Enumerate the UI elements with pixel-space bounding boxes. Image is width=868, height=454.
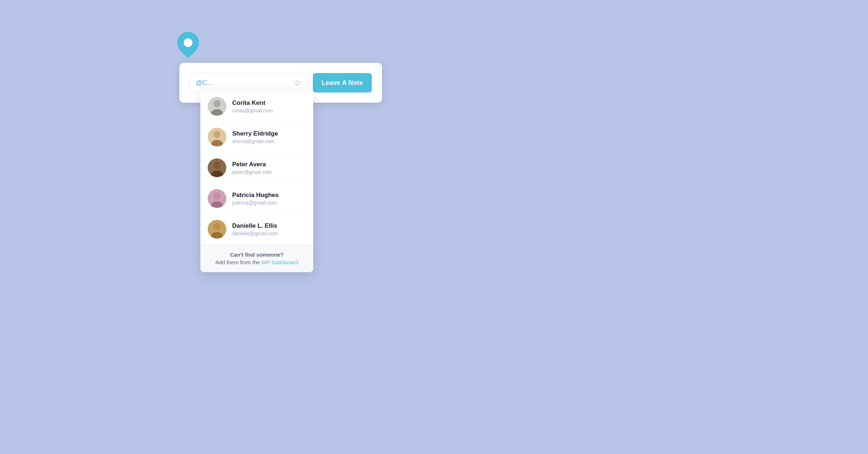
input-row: ☺ Leave A Note bbox=[190, 73, 372, 93]
svg-point-11 bbox=[213, 192, 221, 200]
contact-name-patricia: Patricia Hughes bbox=[232, 191, 279, 199]
contact-item-corita[interactable]: Corita Kent corita@gmail.com bbox=[200, 91, 313, 122]
contact-email-patricia: patricia@gmail.com bbox=[232, 200, 279, 206]
cant-find-section: Can't find someone? Add them from the WP… bbox=[200, 245, 313, 272]
mention-input-wrapper: ☺ bbox=[190, 73, 308, 93]
contact-info-peter: Peter Avera peter@gmail.com bbox=[232, 160, 272, 175]
contact-name-corita: Corita Kent bbox=[232, 99, 273, 107]
leave-note-button[interactable]: Leave A Note bbox=[313, 73, 372, 93]
svg-point-0 bbox=[184, 38, 192, 47]
avatar-sherry bbox=[208, 128, 226, 146]
svg-point-2 bbox=[213, 100, 221, 107]
contact-info-danielle: Danielle L. Ellis danielle@gmail.com bbox=[232, 222, 278, 236]
contact-info-patricia: Patricia Hughes patricia@gmail.com bbox=[232, 191, 279, 206]
svg-point-5 bbox=[213, 131, 221, 138]
contact-item-danielle[interactable]: Danielle L. Ellis danielle@gmail.com bbox=[200, 214, 313, 245]
contact-name-peter: Peter Avera bbox=[232, 160, 272, 168]
avatar-corita bbox=[208, 97, 226, 116]
mention-input[interactable] bbox=[196, 79, 294, 87]
svg-point-14 bbox=[213, 223, 221, 230]
contact-email-corita: corita@gmail.com bbox=[232, 108, 273, 113]
contact-email-danielle: danielle@gmail.com bbox=[232, 231, 278, 236]
wp-dashboard-link[interactable]: WP Dashboard bbox=[261, 259, 298, 265]
contact-email-peter: peter@gmail.com bbox=[232, 169, 272, 175]
contact-name-sherry: Sherry Eldridge bbox=[232, 130, 278, 138]
contact-item-sherry[interactable]: Sherry Eldridge sherry@gmail.com bbox=[200, 122, 313, 153]
contacts-dropdown: Corita Kent corita@gmail.com Sherry Eldr… bbox=[200, 91, 313, 272]
contact-info-sherry: Sherry Eldridge sherry@gmail.com bbox=[232, 130, 278, 144]
contact-item-patricia[interactable]: Patricia Hughes patricia@gmail.com bbox=[200, 183, 313, 214]
avatar-patricia bbox=[208, 189, 226, 208]
avatar-danielle bbox=[208, 220, 226, 239]
contact-name-danielle: Danielle L. Ellis bbox=[232, 222, 278, 230]
svg-point-8 bbox=[213, 162, 221, 169]
avatar-peter bbox=[208, 158, 226, 177]
contact-info-corita: Corita Kent corita@gmail.com bbox=[232, 99, 273, 113]
contact-item-peter[interactable]: Peter Avera peter@gmail.com bbox=[200, 153, 313, 183]
location-pin-icon bbox=[177, 32, 199, 58]
contact-email-sherry: sherry@gmail.com bbox=[232, 138, 278, 144]
cant-find-sub-text: Add them from the WP Dashboard bbox=[215, 259, 298, 265]
emoji-icon[interactable]: ☺ bbox=[294, 78, 302, 87]
cant-find-text: Can't find someone? bbox=[208, 252, 306, 258]
